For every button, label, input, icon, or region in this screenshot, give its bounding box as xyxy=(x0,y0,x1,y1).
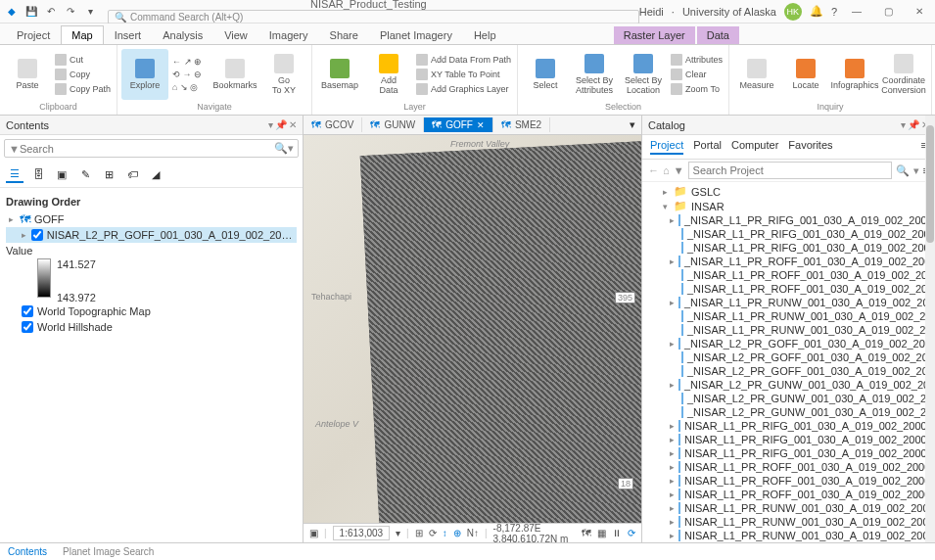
layer-hillshade[interactable]: World Hillshade xyxy=(6,319,297,335)
filter-icon[interactable]: ▼ xyxy=(9,143,20,155)
catalog-file[interactable]: _NISAR_L1_PR_RUNW_001_030_A_019_002_2000… xyxy=(642,309,935,323)
catalog-file[interactable]: _NISAR_L1_PR_RUNW_001_030_A_019_002_2000… xyxy=(642,323,935,337)
panel-pin-icon[interactable]: 📌 xyxy=(275,119,287,130)
catalog-file[interactable]: ▸ _NISAR_L1_PR_RUNW_001_030_A_019_002_20… xyxy=(642,296,935,309)
main-tab-help[interactable]: Help xyxy=(463,25,507,44)
xy-table-button[interactable]: XY Table To Point xyxy=(414,68,513,81)
up-icon[interactable]: ⌂ xyxy=(663,164,670,176)
catalog-file[interactable]: ▸ NISAR_L1_PR_RIFG_001_030_A_019_002_200… xyxy=(642,446,935,460)
add-graphics-button[interactable]: Add Graphics Layer xyxy=(414,82,513,96)
scrollbar-thumb[interactable] xyxy=(926,125,934,243)
catalog-pin-icon[interactable]: 📌 xyxy=(908,119,919,130)
basemap-button[interactable]: Basemap xyxy=(316,49,363,100)
layer-visibility-checkbox[interactable] xyxy=(31,229,43,241)
catalog-file[interactable]: ▸ NISAR_L1_PR_ROFF_001_030_A_019_002_200… xyxy=(642,474,935,488)
select-button[interactable]: Select xyxy=(522,49,569,100)
scale-dropdown-icon[interactable]: ▾ xyxy=(396,528,400,538)
command-search[interactable]: 🔍 Command Search (Alt+Q) xyxy=(108,10,639,24)
catalog-file[interactable]: ▸ NISAR_L1_PR_RUNW_001_030_A_019_002_200… xyxy=(642,501,935,515)
main-tab-map[interactable]: Map xyxy=(61,25,103,44)
clear-button[interactable]: Clear xyxy=(669,68,725,81)
st-icon-7[interactable]: ▦ xyxy=(597,528,606,538)
catalog-file[interactable]: ▸ NISAR_L1_PR_RUNW_001_030_A_019_002_200… xyxy=(642,515,935,529)
context-tab-data[interactable]: Data xyxy=(697,26,739,44)
bottom-tab-planet[interactable]: Planet Image Search xyxy=(55,544,162,559)
user-avatar[interactable]: HK xyxy=(784,3,802,21)
close-button[interactable]: ✕ xyxy=(908,3,931,21)
catalog-file[interactable]: ▸ NISAR_L1_PR_ROFF_001_030_A_019_002_200… xyxy=(642,488,935,501)
nav-arrow-2[interactable]: ⟲ → ⊖ xyxy=(170,69,210,80)
catalog-folder-insar[interactable]: ▾📁 INSAR xyxy=(642,199,935,213)
context-tab-raster-layer[interactable]: Raster Layer xyxy=(614,26,695,44)
main-tab-project[interactable]: Project xyxy=(6,25,61,44)
coord-conv-button[interactable]: Coordinate Conversion xyxy=(880,49,927,100)
paste-button[interactable]: Paste xyxy=(4,49,51,100)
st-icon-6[interactable]: 🗺 xyxy=(582,528,591,538)
catalog-file[interactable]: ▸ _NISAR_L2_PR_GUNW_001_030_A_019_002_20… xyxy=(642,378,935,392)
maximize-button[interactable]: ▢ xyxy=(876,3,900,21)
notifications-icon[interactable]: 🔔 xyxy=(810,5,823,18)
goto-xy-button[interactable]: Go To XY xyxy=(260,49,307,100)
catalog-file[interactable]: _NISAR_L1_PR_RIFG_001_030_A_019_002_2000… xyxy=(642,227,935,241)
catalog-tab-portal[interactable]: Portal xyxy=(693,139,722,155)
undo-icon[interactable]: ↶ xyxy=(43,4,59,20)
st-icon-3[interactable]: ↕ xyxy=(443,528,447,538)
catalog-file[interactable]: ▸ NISAR_L1_PR_RIFG_001_030_A_019_002_200… xyxy=(642,433,935,446)
catalog-file[interactable]: _NISAR_L1_PR_ROFF_001_030_A_019_002_2000… xyxy=(642,268,935,282)
catalog-file[interactable]: _NISAR_L1_PR_RIFG_001_030_A_019_002_2000… xyxy=(642,241,935,255)
catalog-folder-gslc[interactable]: ▸📁 GSLC xyxy=(642,184,935,199)
refresh-icon[interactable]: ⟳ xyxy=(628,528,635,538)
main-tab-view[interactable]: View xyxy=(213,25,258,44)
locate-button[interactable]: Locate xyxy=(782,49,829,100)
catalog-file[interactable]: _NISAR_L2_PR_GOFF_001_030_A_019_002_2000… xyxy=(642,350,935,364)
catalog-file[interactable]: ▸ NISAR_L1_PR_RIFG_001_030_A_019_002_200… xyxy=(642,419,935,433)
catalog-tab-project[interactable]: Project xyxy=(650,139,683,155)
catalog-file[interactable]: ▸ NISAR_L1_PR_RUNW_001_030_A_019_002_200… xyxy=(642,529,935,542)
layer-topo[interactable]: World Topographic Map xyxy=(6,303,297,319)
explore-button[interactable]: Explore xyxy=(121,49,168,100)
save-icon[interactable]: 💾 xyxy=(23,4,39,20)
add-data-path-button[interactable]: Add Data From Path xyxy=(414,53,513,67)
catalog-menu-icon[interactable]: ▾ xyxy=(901,119,906,130)
help-icon[interactable]: ? xyxy=(831,6,837,18)
select-by-attr-button[interactable]: Select By Attributes xyxy=(571,49,618,100)
catalog-file[interactable]: ▸ _NISAR_L2_PR_GOFF_001_030_A_019_002_20… xyxy=(642,337,935,350)
catalog-tab-computer[interactable]: Computer xyxy=(731,139,778,155)
nav-arrow-3[interactable]: ⌂ ↘ ◎ xyxy=(170,81,210,93)
catalog-file[interactable]: ▸ _NISAR_L1_PR_RIFG_001_030_A_019_002_20… xyxy=(642,213,935,227)
map-tab-goff[interactable]: 🗺 GOFF ✕ xyxy=(424,117,493,132)
minimize-button[interactable]: — xyxy=(845,3,868,21)
user-name[interactable]: Heidi xyxy=(639,6,664,18)
bottom-tab-contents[interactable]: Contents xyxy=(0,544,55,559)
catalog-file[interactable]: ▸ NISAR_L1_PR_ROFF_001_030_A_019_002_200… xyxy=(642,460,935,474)
main-tab-insert[interactable]: Insert xyxy=(104,25,153,44)
measure-button[interactable]: Measure xyxy=(733,49,780,100)
cut-button[interactable]: Cut xyxy=(53,53,113,67)
list-labeling-icon[interactable]: 🏷 xyxy=(123,165,141,183)
list-selection-icon[interactable]: ▣ xyxy=(53,165,70,183)
zoom-to-button[interactable]: Zoom To xyxy=(669,82,725,96)
st-icon-1[interactable]: ⊞ xyxy=(415,528,423,538)
qat-dropdown-icon[interactable]: ▾ xyxy=(82,4,98,20)
list-drawing-order-icon[interactable]: ☰ xyxy=(6,165,23,183)
copy-path-button[interactable]: Copy Path xyxy=(53,82,113,96)
main-tab-imagery[interactable]: Imagery xyxy=(258,25,319,44)
add-data-button[interactable]: Add Data xyxy=(365,49,412,100)
attributes-button[interactable]: Attributes xyxy=(669,53,725,67)
st-icon-4[interactable]: ⊕ xyxy=(453,528,461,538)
catalog-scrollbar[interactable] xyxy=(925,116,935,542)
catalog-search-input[interactable] xyxy=(688,162,892,179)
bookmarks-button[interactable]: Bookmarks xyxy=(211,49,258,100)
list-source-icon[interactable]: 🗄 xyxy=(29,165,47,183)
active-layer-node[interactable]: ▸NISAR_L2_PR_GOFF_001_030_A_019_002_2000… xyxy=(6,227,297,243)
catalog-tab-favorites[interactable]: Favorites xyxy=(788,139,832,155)
catalog-file[interactable]: _NISAR_L1_PR_ROFF_001_030_A_019_002_2000… xyxy=(642,282,935,296)
infographics-button[interactable]: Infographics xyxy=(831,49,878,100)
contents-search[interactable]: ▼ 🔍▾ xyxy=(4,139,299,158)
main-tab-planet-imagery[interactable]: Planet Imagery xyxy=(369,25,463,44)
list-editing-icon[interactable]: ✎ xyxy=(76,165,94,183)
map-tab-sme2[interactable]: 🗺 SME2 xyxy=(493,117,550,132)
panel-close-icon[interactable]: ✕ xyxy=(289,119,297,130)
copy-button[interactable]: Copy xyxy=(53,68,113,81)
nav-arrow-1[interactable]: ← ↗ ⊕ xyxy=(170,56,210,68)
